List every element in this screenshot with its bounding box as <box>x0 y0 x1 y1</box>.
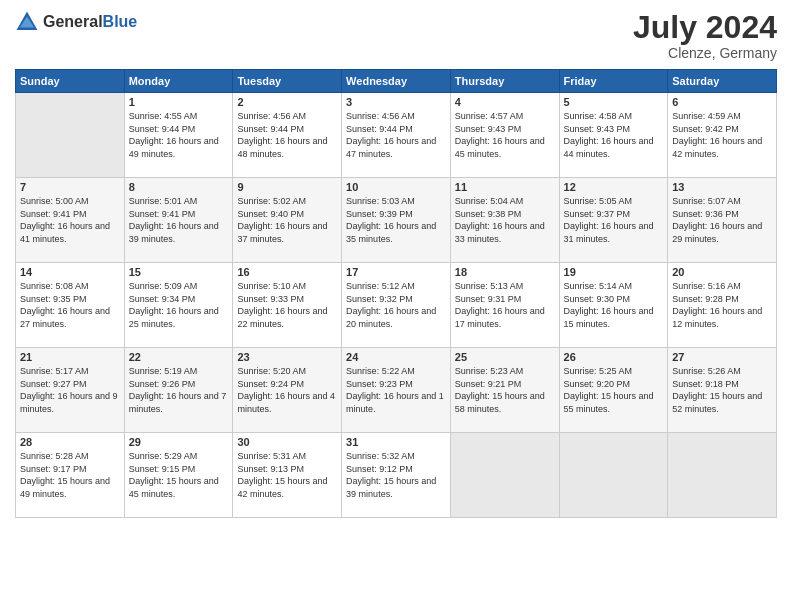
calendar-cell: 26Sunrise: 5:25 AMSunset: 9:20 PMDayligh… <box>559 348 668 433</box>
calendar-cell: 21Sunrise: 5:17 AMSunset: 9:27 PMDayligh… <box>16 348 125 433</box>
week-row-3: 14Sunrise: 5:08 AMSunset: 9:35 PMDayligh… <box>16 263 777 348</box>
day-info: Sunrise: 5:20 AMSunset: 9:24 PMDaylight:… <box>237 365 337 415</box>
calendar-cell: 20Sunrise: 5:16 AMSunset: 9:28 PMDayligh… <box>668 263 777 348</box>
day-info: Sunrise: 4:56 AMSunset: 9:44 PMDaylight:… <box>346 110 446 160</box>
calendar-cell: 8Sunrise: 5:01 AMSunset: 9:41 PMDaylight… <box>124 178 233 263</box>
calendar-cell <box>668 433 777 518</box>
day-number: 20 <box>672 266 772 278</box>
calendar-cell: 24Sunrise: 5:22 AMSunset: 9:23 PMDayligh… <box>342 348 451 433</box>
day-number: 14 <box>20 266 120 278</box>
calendar-cell: 29Sunrise: 5:29 AMSunset: 9:15 PMDayligh… <box>124 433 233 518</box>
day-info: Sunrise: 5:32 AMSunset: 9:12 PMDaylight:… <box>346 450 446 500</box>
logo-blue: Blue <box>103 13 138 30</box>
calendar-cell <box>450 433 559 518</box>
calendar-cell: 7Sunrise: 5:00 AMSunset: 9:41 PMDaylight… <box>16 178 125 263</box>
day-number: 28 <box>20 436 120 448</box>
day-info: Sunrise: 5:05 AMSunset: 9:37 PMDaylight:… <box>564 195 664 245</box>
day-number: 13 <box>672 181 772 193</box>
day-number: 19 <box>564 266 664 278</box>
calendar-cell: 28Sunrise: 5:28 AMSunset: 9:17 PMDayligh… <box>16 433 125 518</box>
day-number: 3 <box>346 96 446 108</box>
day-info: Sunrise: 5:28 AMSunset: 9:17 PMDaylight:… <box>20 450 120 500</box>
day-number: 27 <box>672 351 772 363</box>
day-info: Sunrise: 5:14 AMSunset: 9:30 PMDaylight:… <box>564 280 664 330</box>
calendar-cell: 19Sunrise: 5:14 AMSunset: 9:30 PMDayligh… <box>559 263 668 348</box>
calendar-cell: 25Sunrise: 5:23 AMSunset: 9:21 PMDayligh… <box>450 348 559 433</box>
day-info: Sunrise: 5:02 AMSunset: 9:40 PMDaylight:… <box>237 195 337 245</box>
day-number: 2 <box>237 96 337 108</box>
header-day-monday: Monday <box>124 70 233 93</box>
day-info: Sunrise: 5:19 AMSunset: 9:26 PMDaylight:… <box>129 365 229 415</box>
calendar-cell: 23Sunrise: 5:20 AMSunset: 9:24 PMDayligh… <box>233 348 342 433</box>
day-number: 30 <box>237 436 337 448</box>
day-number: 9 <box>237 181 337 193</box>
calendar-cell: 30Sunrise: 5:31 AMSunset: 9:13 PMDayligh… <box>233 433 342 518</box>
week-row-5: 28Sunrise: 5:28 AMSunset: 9:17 PMDayligh… <box>16 433 777 518</box>
header-day-thursday: Thursday <box>450 70 559 93</box>
calendar-cell: 11Sunrise: 5:04 AMSunset: 9:38 PMDayligh… <box>450 178 559 263</box>
header-day-sunday: Sunday <box>16 70 125 93</box>
day-number: 12 <box>564 181 664 193</box>
calendar-cell: 15Sunrise: 5:09 AMSunset: 9:34 PMDayligh… <box>124 263 233 348</box>
day-info: Sunrise: 4:55 AMSunset: 9:44 PMDaylight:… <box>129 110 229 160</box>
logo-general: General <box>43 13 103 30</box>
day-number: 25 <box>455 351 555 363</box>
calendar-cell: 17Sunrise: 5:12 AMSunset: 9:32 PMDayligh… <box>342 263 451 348</box>
calendar-cell: 1Sunrise: 4:55 AMSunset: 9:44 PMDaylight… <box>124 93 233 178</box>
day-number: 16 <box>237 266 337 278</box>
calendar-cell: 4Sunrise: 4:57 AMSunset: 9:43 PMDaylight… <box>450 93 559 178</box>
day-info: Sunrise: 5:26 AMSunset: 9:18 PMDaylight:… <box>672 365 772 415</box>
day-number: 17 <box>346 266 446 278</box>
day-info: Sunrise: 5:01 AMSunset: 9:41 PMDaylight:… <box>129 195 229 245</box>
day-info: Sunrise: 5:10 AMSunset: 9:33 PMDaylight:… <box>237 280 337 330</box>
day-number: 29 <box>129 436 229 448</box>
calendar-cell <box>16 93 125 178</box>
header-row: SundayMondayTuesdayWednesdayThursdayFrid… <box>16 70 777 93</box>
calendar-cell <box>559 433 668 518</box>
header-day-saturday: Saturday <box>668 70 777 93</box>
calendar-cell: 12Sunrise: 5:05 AMSunset: 9:37 PMDayligh… <box>559 178 668 263</box>
calendar-cell: 10Sunrise: 5:03 AMSunset: 9:39 PMDayligh… <box>342 178 451 263</box>
day-number: 24 <box>346 351 446 363</box>
header-day-tuesday: Tuesday <box>233 70 342 93</box>
title-block: July 2024 Clenze, Germany <box>633 10 777 61</box>
calendar-cell: 14Sunrise: 5:08 AMSunset: 9:35 PMDayligh… <box>16 263 125 348</box>
day-number: 1 <box>129 96 229 108</box>
calendar-cell: 22Sunrise: 5:19 AMSunset: 9:26 PMDayligh… <box>124 348 233 433</box>
calendar-cell: 16Sunrise: 5:10 AMSunset: 9:33 PMDayligh… <box>233 263 342 348</box>
day-info: Sunrise: 5:17 AMSunset: 9:27 PMDaylight:… <box>20 365 120 415</box>
day-number: 23 <box>237 351 337 363</box>
day-number: 4 <box>455 96 555 108</box>
calendar-table: SundayMondayTuesdayWednesdayThursdayFrid… <box>15 69 777 518</box>
calendar-cell: 6Sunrise: 4:59 AMSunset: 9:42 PMDaylight… <box>668 93 777 178</box>
day-number: 11 <box>455 181 555 193</box>
calendar-cell: 5Sunrise: 4:58 AMSunset: 9:43 PMDaylight… <box>559 93 668 178</box>
day-info: Sunrise: 5:31 AMSunset: 9:13 PMDaylight:… <box>237 450 337 500</box>
day-number: 15 <box>129 266 229 278</box>
header: GeneralBlue July 2024 Clenze, Germany <box>15 10 777 61</box>
day-info: Sunrise: 5:16 AMSunset: 9:28 PMDaylight:… <box>672 280 772 330</box>
day-info: Sunrise: 4:59 AMSunset: 9:42 PMDaylight:… <box>672 110 772 160</box>
calendar-cell: 9Sunrise: 5:02 AMSunset: 9:40 PMDaylight… <box>233 178 342 263</box>
day-info: Sunrise: 4:56 AMSunset: 9:44 PMDaylight:… <box>237 110 337 160</box>
header-day-friday: Friday <box>559 70 668 93</box>
day-number: 6 <box>672 96 772 108</box>
day-number: 18 <box>455 266 555 278</box>
calendar-cell: 3Sunrise: 4:56 AMSunset: 9:44 PMDaylight… <box>342 93 451 178</box>
calendar-cell: 18Sunrise: 5:13 AMSunset: 9:31 PMDayligh… <box>450 263 559 348</box>
day-number: 21 <box>20 351 120 363</box>
calendar-container: GeneralBlue July 2024 Clenze, Germany Su… <box>0 0 792 612</box>
day-info: Sunrise: 5:13 AMSunset: 9:31 PMDaylight:… <box>455 280 555 330</box>
day-number: 26 <box>564 351 664 363</box>
calendar-cell: 2Sunrise: 4:56 AMSunset: 9:44 PMDaylight… <box>233 93 342 178</box>
day-info: Sunrise: 5:22 AMSunset: 9:23 PMDaylight:… <box>346 365 446 415</box>
month-year: July 2024 <box>633 10 777 45</box>
calendar-cell: 27Sunrise: 5:26 AMSunset: 9:18 PMDayligh… <box>668 348 777 433</box>
day-info: Sunrise: 5:29 AMSunset: 9:15 PMDaylight:… <box>129 450 229 500</box>
day-info: Sunrise: 5:03 AMSunset: 9:39 PMDaylight:… <box>346 195 446 245</box>
day-info: Sunrise: 5:09 AMSunset: 9:34 PMDaylight:… <box>129 280 229 330</box>
calendar-cell: 31Sunrise: 5:32 AMSunset: 9:12 PMDayligh… <box>342 433 451 518</box>
header-day-wednesday: Wednesday <box>342 70 451 93</box>
logo-icon <box>15 10 39 34</box>
day-number: 31 <box>346 436 446 448</box>
